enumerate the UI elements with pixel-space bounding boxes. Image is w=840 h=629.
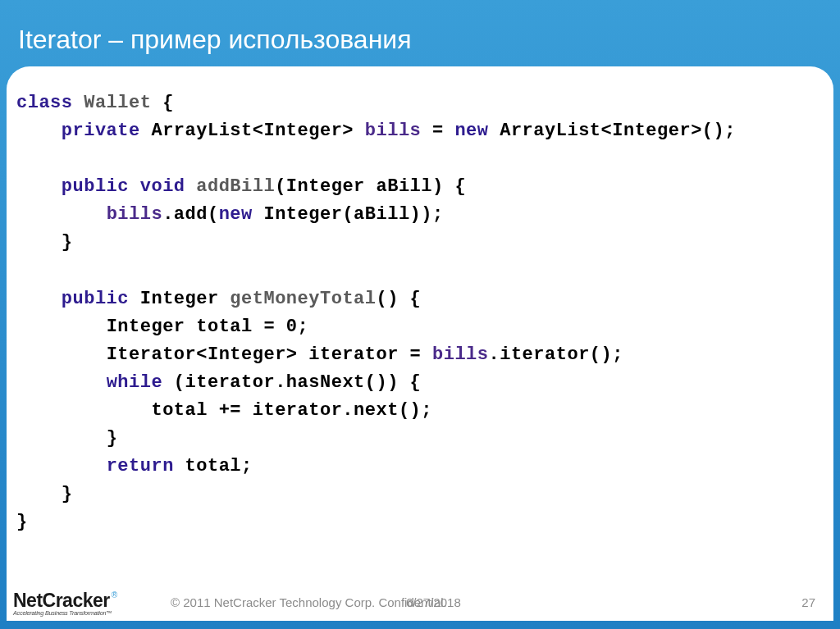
code-text: Iterator<Integer> iterator =	[107, 344, 432, 365]
kw-class: class	[16, 93, 73, 113]
code-text: {	[151, 93, 173, 113]
kw-new: new	[219, 204, 253, 225]
code-text: total;	[174, 456, 253, 476]
code-text: (Integer aBill) {	[275, 176, 466, 197]
code-text: (iterator.hasNext()) {	[162, 372, 421, 393]
kw-return: return	[107, 456, 174, 476]
code-text: Integer(aBill));	[253, 204, 444, 225]
code-text: () {	[377, 289, 422, 309]
code-text: }	[107, 428, 118, 449]
kw-while: while	[107, 372, 163, 393]
code-text: Integer	[129, 289, 230, 309]
kw-public-void: public void	[62, 176, 185, 197]
field-bills: bills	[365, 121, 422, 141]
footer: NetCracker® Accelerating Business Transf…	[7, 580, 833, 621]
kw-public: public	[62, 289, 129, 309]
code-text: Integer total = 0;	[107, 317, 309, 337]
code-text: .add(	[162, 204, 219, 225]
content-card: class Wallet { private ArrayList<Integer…	[7, 66, 833, 621]
code-block: class Wallet { private ArrayList<Integer…	[16, 89, 824, 537]
slide: Iterator – пример использования class Wa…	[0, 0, 840, 629]
field-bills: bills	[432, 344, 489, 365]
code-text: ArrayList<Integer>();	[489, 121, 736, 141]
slide-title: Iterator – пример использования	[0, 0, 840, 66]
kw-new: new	[454, 121, 488, 141]
logo-registered: ®	[112, 590, 117, 599]
date-text: 6/27/2018	[406, 595, 461, 609]
field-bills: bills	[107, 204, 163, 225]
logo-text: NetCracker	[13, 590, 110, 611]
code-text: total += iterator.next();	[151, 400, 432, 421]
method-getmoneytotal: getMoneyTotal	[230, 289, 376, 309]
logo: NetCracker® Accelerating Business Transf…	[13, 591, 117, 616]
code-text: ArrayList<Integer>	[140, 121, 365, 141]
code-text: }	[62, 232, 73, 253]
class-name: Wallet	[84, 93, 151, 113]
code-text: }	[16, 512, 28, 532]
code-text: .iterator();	[489, 344, 623, 365]
kw-private: private	[62, 121, 140, 141]
code-text: =	[421, 121, 454, 141]
method-addbill: addBill	[185, 176, 276, 197]
logo-tagline: Accelerating Business Transformation™	[13, 610, 117, 616]
code-text: }	[62, 484, 73, 504]
page-number: 27	[801, 595, 815, 609]
